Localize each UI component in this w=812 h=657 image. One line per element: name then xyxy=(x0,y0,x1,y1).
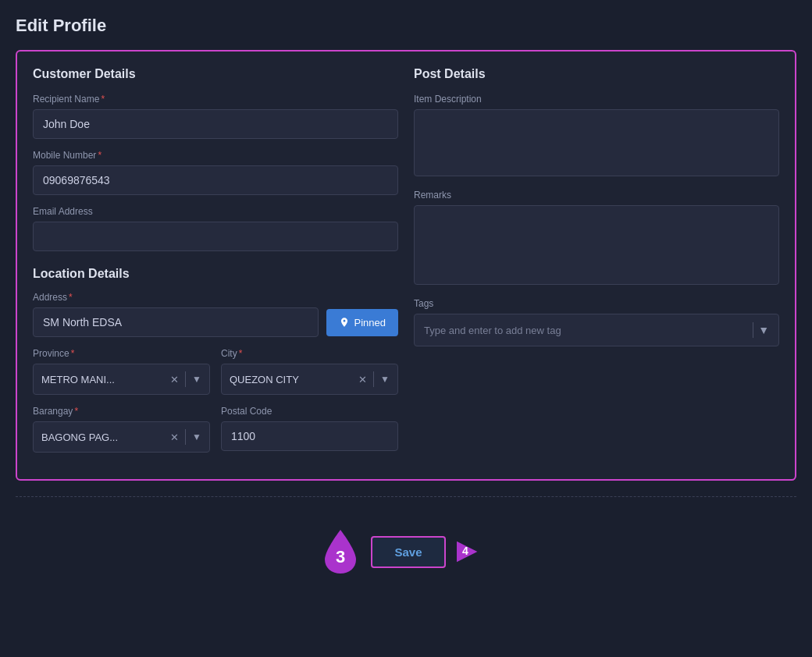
left-section: Customer Details Recipient Name* Mobile … xyxy=(33,67,398,463)
recipient-name-label: Recipient Name* xyxy=(33,94,398,105)
save-button[interactable]: Save xyxy=(371,536,445,568)
remarks-label: Remarks xyxy=(414,190,779,201)
email-address-input[interactable] xyxy=(33,222,398,251)
postal-code-group: Postal Code xyxy=(221,406,398,453)
svg-text:4: 4 xyxy=(462,545,468,557)
barangay-clear-icon[interactable]: ✕ xyxy=(170,431,179,443)
recipient-name-group: Recipient Name* xyxy=(33,94,398,139)
pin-icon xyxy=(339,317,350,328)
post-details-title: Post Details xyxy=(414,67,779,81)
city-separator xyxy=(373,371,374,387)
item-description-label: Item Description xyxy=(414,94,779,105)
city-value: QUEZON CITY xyxy=(230,374,355,385)
tags-chevron-icon: ▼ xyxy=(758,324,769,336)
remarks-group: Remarks xyxy=(414,190,779,287)
svg-text:3: 3 xyxy=(336,547,345,566)
email-address-label: Email Address xyxy=(33,206,398,217)
customer-details-title: Customer Details xyxy=(33,67,398,81)
mobile-number-group: Mobile Number* xyxy=(33,150,398,195)
province-city-row: Province* METRO MANI... ✕ ▼ City* QUEZON… xyxy=(33,348,398,406)
pinned-label: Pinned xyxy=(354,317,386,328)
step-indicator: 3 xyxy=(321,528,360,575)
main-card: Customer Details Recipient Name* Mobile … xyxy=(16,50,796,481)
city-group: City* QUEZON CITY ✕ ▼ xyxy=(221,348,398,395)
mobile-number-input[interactable] xyxy=(33,165,398,195)
recipient-name-input[interactable] xyxy=(33,109,398,139)
province-label: Province* xyxy=(33,348,210,359)
location-details-title: Location Details xyxy=(33,267,398,281)
item-description-group: Item Description xyxy=(414,94,779,179)
province-value: METRO MANI... xyxy=(41,374,167,385)
province-separator xyxy=(185,371,186,387)
tags-separator xyxy=(753,322,753,338)
postal-code-label: Postal Code xyxy=(221,406,398,417)
save-label: Save xyxy=(394,545,422,559)
province-select[interactable]: METRO MANI... ✕ ▼ xyxy=(33,364,210,395)
right-section: Post Details Item Description Remarks Ta… xyxy=(414,67,779,463)
city-label: City* xyxy=(221,348,398,359)
item-description-input[interactable] xyxy=(414,109,779,176)
barangay-label: Barangay* xyxy=(33,406,210,417)
tags-group: Tags Type and enter to add new tag ▼ xyxy=(414,298,779,346)
province-clear-icon[interactable]: ✕ xyxy=(170,374,179,385)
tags-label: Tags xyxy=(414,298,779,309)
barangay-group: Barangay* BAGONG PAG... ✕ ▼ xyxy=(33,406,210,453)
barangay-chevron-icon: ▼ xyxy=(192,431,201,442)
bottom-section: 3 Save 4 xyxy=(16,513,796,591)
remarks-input[interactable] xyxy=(414,205,779,285)
address-row: Pinned xyxy=(33,307,398,337)
province-chevron-icon: ▼ xyxy=(192,374,201,385)
city-select[interactable]: QUEZON CITY ✕ ▼ xyxy=(221,364,398,395)
save-container: 3 Save 4 xyxy=(321,528,490,575)
address-group: Address* Pinned xyxy=(33,292,398,337)
barangay-select[interactable]: BAGONG PAG... ✕ ▼ xyxy=(33,421,210,453)
city-clear-icon[interactable]: ✕ xyxy=(358,374,367,385)
page-title: Edit Profile xyxy=(16,16,796,36)
province-group: Province* METRO MANI... ✕ ▼ xyxy=(33,348,210,395)
address-input[interactable] xyxy=(33,307,319,337)
barangay-postal-row: Barangay* BAGONG PAG... ✕ ▼ Postal Code xyxy=(33,406,398,463)
email-address-group: Email Address xyxy=(33,206,398,251)
divider xyxy=(16,496,796,497)
tags-input[interactable]: Type and enter to add new tag ▼ xyxy=(414,314,779,346)
mobile-number-label: Mobile Number* xyxy=(33,150,398,161)
arrow-shape: 4 xyxy=(457,534,491,569)
tags-placeholder: Type and enter to add new tag xyxy=(424,325,561,336)
pinned-button[interactable]: Pinned xyxy=(326,309,398,336)
address-label: Address* xyxy=(33,292,398,303)
city-chevron-icon: ▼ xyxy=(380,374,390,385)
barangay-value: BAGONG PAG... xyxy=(41,431,167,443)
postal-code-input[interactable] xyxy=(221,421,398,451)
drop-shape: 3 xyxy=(321,528,360,575)
barangay-separator xyxy=(185,429,186,445)
page-container: Edit Profile Customer Details Recipient … xyxy=(0,0,812,591)
step-arrow: 4 xyxy=(457,534,491,569)
